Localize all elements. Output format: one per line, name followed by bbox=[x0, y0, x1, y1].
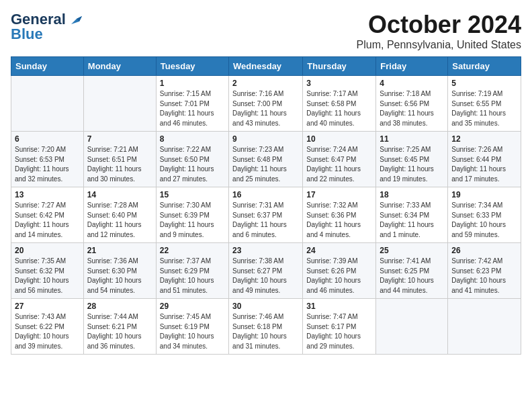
day-number: 24 bbox=[306, 246, 372, 255]
calendar-cell: 8Sunrise: 7:22 AMSunset: 6:50 PMDaylight… bbox=[156, 132, 228, 187]
calendar-cell: 3Sunrise: 7:17 AMSunset: 6:58 PMDaylight… bbox=[303, 76, 376, 132]
calendar-cell: 28Sunrise: 7:44 AMSunset: 6:21 PMDayligh… bbox=[83, 299, 156, 355]
day-number: 8 bbox=[160, 134, 225, 144]
day-number: 11 bbox=[380, 134, 444, 144]
day-info: Sunrise: 7:17 AMSunset: 6:58 PMDaylight:… bbox=[306, 89, 372, 128]
day-info: Sunrise: 7:32 AMSunset: 6:36 PMDaylight:… bbox=[306, 201, 372, 240]
location-title: Plum, Pennsylvania, United States bbox=[357, 39, 521, 51]
calendar-cell: 23Sunrise: 7:38 AMSunset: 6:27 PMDayligh… bbox=[229, 243, 303, 299]
day-info: Sunrise: 7:20 AMSunset: 6:53 PMDaylight:… bbox=[15, 145, 80, 184]
day-info: Sunrise: 7:46 AMSunset: 6:18 PMDaylight:… bbox=[232, 312, 299, 351]
calendar-cell: 17Sunrise: 7:32 AMSunset: 6:36 PMDayligh… bbox=[303, 187, 376, 243]
day-number: 5 bbox=[451, 79, 517, 88]
day-info: Sunrise: 7:18 AMSunset: 6:56 PMDaylight:… bbox=[380, 89, 444, 128]
day-info: Sunrise: 7:22 AMSunset: 6:50 PMDaylight:… bbox=[160, 145, 225, 184]
day-number: 16 bbox=[232, 190, 299, 199]
day-number: 18 bbox=[380, 190, 444, 199]
calendar-cell: 9Sunrise: 7:23 AMSunset: 6:48 PMDaylight… bbox=[229, 132, 303, 187]
day-number: 25 bbox=[380, 246, 444, 255]
calendar-cell bbox=[376, 299, 448, 355]
calendar-cell bbox=[11, 76, 84, 132]
day-info: Sunrise: 7:43 AMSunset: 6:22 PMDaylight:… bbox=[15, 312, 80, 351]
day-number: 9 bbox=[232, 134, 299, 144]
day-number: 31 bbox=[306, 302, 372, 311]
calendar-header-row: SundayMondayTuesdayWednesdayThursdayFrid… bbox=[11, 57, 521, 76]
weekday-header: Thursday bbox=[303, 57, 376, 76]
calendar-cell: 1Sunrise: 7:15 AMSunset: 7:01 PMDaylight… bbox=[156, 76, 228, 132]
day-info: Sunrise: 7:39 AMSunset: 6:26 PMDaylight:… bbox=[306, 257, 372, 295]
day-info: Sunrise: 7:33 AMSunset: 6:34 PMDaylight:… bbox=[380, 201, 444, 240]
day-number: 22 bbox=[160, 246, 225, 255]
day-info: Sunrise: 7:30 AMSunset: 6:39 PMDaylight:… bbox=[160, 201, 225, 240]
calendar-cell: 15Sunrise: 7:30 AMSunset: 6:39 PMDayligh… bbox=[156, 187, 228, 243]
calendar-cell: 2Sunrise: 7:16 AMSunset: 7:00 PMDaylight… bbox=[229, 76, 303, 132]
day-info: Sunrise: 7:37 AMSunset: 6:29 PMDaylight:… bbox=[160, 257, 225, 295]
day-number: 27 bbox=[15, 302, 80, 311]
logo: General Blue bbox=[11, 11, 82, 43]
day-number: 20 bbox=[15, 246, 80, 255]
weekday-header: Wednesday bbox=[229, 57, 303, 76]
day-info: Sunrise: 7:16 AMSunset: 7:00 PMDaylight:… bbox=[232, 89, 299, 128]
weekday-header: Tuesday bbox=[156, 57, 228, 76]
day-number: 28 bbox=[87, 302, 152, 311]
day-number: 10 bbox=[306, 134, 372, 144]
calendar-cell: 12Sunrise: 7:26 AMSunset: 6:44 PMDayligh… bbox=[448, 132, 521, 187]
calendar-cell: 4Sunrise: 7:18 AMSunset: 6:56 PMDaylight… bbox=[376, 76, 448, 132]
day-number: 13 bbox=[15, 190, 80, 199]
weekday-header: Monday bbox=[83, 57, 156, 76]
day-info: Sunrise: 7:31 AMSunset: 6:37 PMDaylight:… bbox=[232, 201, 299, 240]
weekday-header: Saturday bbox=[448, 57, 521, 76]
day-number: 23 bbox=[232, 246, 299, 255]
day-number: 12 bbox=[451, 134, 517, 144]
weekday-header: Sunday bbox=[11, 57, 84, 76]
day-info: Sunrise: 7:45 AMSunset: 6:19 PMDaylight:… bbox=[160, 312, 225, 351]
calendar-week-row: 1Sunrise: 7:15 AMSunset: 7:01 PMDaylight… bbox=[11, 76, 521, 132]
calendar-cell: 20Sunrise: 7:35 AMSunset: 6:32 PMDayligh… bbox=[11, 243, 84, 299]
calendar-cell: 21Sunrise: 7:36 AMSunset: 6:30 PMDayligh… bbox=[83, 243, 156, 299]
day-number: 19 bbox=[451, 190, 517, 199]
day-number: 7 bbox=[87, 134, 152, 144]
calendar-cell: 18Sunrise: 7:33 AMSunset: 6:34 PMDayligh… bbox=[376, 187, 448, 243]
calendar-cell: 31Sunrise: 7:47 AMSunset: 6:17 PMDayligh… bbox=[303, 299, 376, 355]
calendar-cell: 22Sunrise: 7:37 AMSunset: 6:29 PMDayligh… bbox=[156, 243, 228, 299]
calendar-week-row: 27Sunrise: 7:43 AMSunset: 6:22 PMDayligh… bbox=[11, 299, 521, 355]
calendar-cell: 10Sunrise: 7:24 AMSunset: 6:47 PMDayligh… bbox=[303, 132, 376, 187]
calendar-cell: 26Sunrise: 7:42 AMSunset: 6:23 PMDayligh… bbox=[448, 243, 521, 299]
calendar-cell bbox=[83, 76, 156, 132]
logo-bird-icon bbox=[67, 12, 82, 27]
day-info: Sunrise: 7:42 AMSunset: 6:23 PMDaylight:… bbox=[451, 257, 517, 295]
calendar-cell: 6Sunrise: 7:20 AMSunset: 6:53 PMDaylight… bbox=[11, 132, 84, 187]
calendar-cell: 13Sunrise: 7:27 AMSunset: 6:42 PMDayligh… bbox=[11, 187, 84, 243]
calendar-cell: 27Sunrise: 7:43 AMSunset: 6:22 PMDayligh… bbox=[11, 299, 84, 355]
day-number: 21 bbox=[87, 246, 152, 255]
day-number: 6 bbox=[15, 134, 80, 144]
calendar-week-row: 20Sunrise: 7:35 AMSunset: 6:32 PMDayligh… bbox=[11, 243, 521, 299]
day-number: 3 bbox=[306, 79, 372, 88]
calendar-cell bbox=[448, 299, 521, 355]
day-number: 30 bbox=[232, 302, 299, 311]
calendar-week-row: 13Sunrise: 7:27 AMSunset: 6:42 PMDayligh… bbox=[11, 187, 521, 243]
page-header: General Blue October 2024 Plum, Pennsylv… bbox=[11, 11, 521, 51]
day-info: Sunrise: 7:27 AMSunset: 6:42 PMDaylight:… bbox=[15, 201, 80, 240]
day-number: 17 bbox=[306, 190, 372, 199]
day-info: Sunrise: 7:25 AMSunset: 6:45 PMDaylight:… bbox=[380, 145, 444, 184]
weekday-header: Friday bbox=[376, 57, 448, 76]
calendar-cell: 24Sunrise: 7:39 AMSunset: 6:26 PMDayligh… bbox=[303, 243, 376, 299]
day-info: Sunrise: 7:47 AMSunset: 6:17 PMDaylight:… bbox=[306, 312, 372, 351]
day-info: Sunrise: 7:19 AMSunset: 6:55 PMDaylight:… bbox=[451, 89, 517, 128]
day-number: 2 bbox=[232, 79, 299, 88]
day-info: Sunrise: 7:38 AMSunset: 6:27 PMDaylight:… bbox=[232, 257, 299, 295]
calendar-cell: 16Sunrise: 7:31 AMSunset: 6:37 PMDayligh… bbox=[229, 187, 303, 243]
calendar-cell: 11Sunrise: 7:25 AMSunset: 6:45 PMDayligh… bbox=[376, 132, 448, 187]
day-info: Sunrise: 7:41 AMSunset: 6:25 PMDaylight:… bbox=[380, 257, 444, 295]
day-info: Sunrise: 7:26 AMSunset: 6:44 PMDaylight:… bbox=[451, 145, 517, 184]
day-info: Sunrise: 7:36 AMSunset: 6:30 PMDaylight:… bbox=[87, 257, 152, 295]
day-info: Sunrise: 7:34 AMSunset: 6:33 PMDaylight:… bbox=[451, 201, 517, 240]
day-number: 26 bbox=[451, 246, 517, 255]
day-info: Sunrise: 7:44 AMSunset: 6:21 PMDaylight:… bbox=[87, 312, 152, 351]
logo-blue: Blue bbox=[11, 26, 43, 43]
calendar-cell: 5Sunrise: 7:19 AMSunset: 6:55 PMDaylight… bbox=[448, 76, 521, 132]
calendar-cell: 14Sunrise: 7:28 AMSunset: 6:40 PMDayligh… bbox=[83, 187, 156, 243]
calendar-cell: 7Sunrise: 7:21 AMSunset: 6:51 PMDaylight… bbox=[83, 132, 156, 187]
title-block: October 2024 Plum, Pennsylvania, United … bbox=[357, 11, 521, 51]
